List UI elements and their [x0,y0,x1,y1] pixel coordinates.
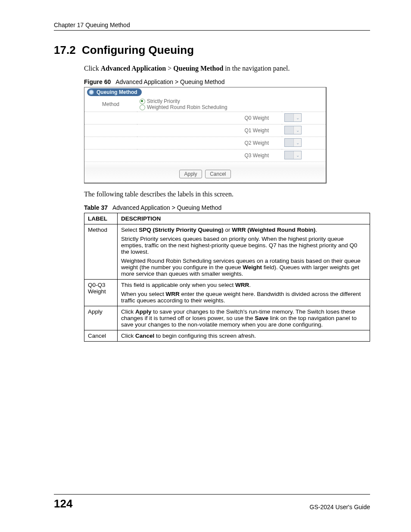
t: WRR [166,291,180,297]
table-row: Method Select SPQ (Strictly Priority Que… [84,224,370,280]
page-footer: 124 GS-2024 User's Guide [54,494,370,510]
t: Select [121,227,139,233]
t: . [315,227,317,233]
running-header: Chapter 17 Queuing Method [54,22,370,31]
method-label-cell: Method [84,97,137,112]
section-title-text: Configuring Queuing [82,44,194,56]
t: Click [121,308,135,315]
t: Strictly Priority services queues based … [121,236,366,255]
cancel-button[interactable]: Cancel [205,170,230,178]
figure-panel: Queuing Method Method Strictly Priority … [84,87,327,184]
t: Apply [135,308,152,315]
t: WRR [235,282,249,288]
t: Weight [243,264,262,271]
q0-weight-select[interactable]: ⌄ [284,113,302,122]
figure-label: Figure 60 [84,78,111,85]
row-label-apply: Apply [84,306,118,330]
q0-weight-label: Q0 Weight [137,112,282,124]
table-row: Apply Click Apply to save your changes t… [84,306,370,330]
description-table: LABEL DESCRIPTION Method Select SPQ (Str… [84,213,370,342]
q3-weight-select[interactable]: ⌄ [284,151,302,159]
t: or [224,227,232,233]
row-label-cancel: Cancel [84,330,118,342]
t: When you select [121,291,166,297]
intro-post: in the navigation panel. [223,65,290,72]
intro-paragraph: Click Advanced Application > Queuing Met… [84,65,370,72]
t: to begin configuring this screen afresh. [154,333,256,339]
intro-app: Advanced Application [101,65,166,72]
table-row: Cancel Click Cancel to begin configuring… [84,330,370,342]
chevron-down-icon: ⌄ [294,140,301,145]
q3-weight-label: Q3 Weight [137,149,282,162]
figure-caption-text: Advanced Application > Queuing Method [115,78,224,85]
table-row: Q0-Q3 Weight This field is applicable on… [84,280,370,306]
chevron-down-icon: ⌄ [294,128,301,133]
intro-pre: Click [84,65,101,72]
q2-weight-label: Q2 Weight [137,137,282,149]
chevron-down-icon: ⌄ [294,115,301,120]
intro-method: Queuing Method [173,65,223,72]
after-figure-text: The following table describes the labels… [84,190,370,198]
th-description: DESCRIPTION [118,213,370,224]
panel-titlebar: Queuing Method [84,87,326,97]
guide-name: GS-2024 User's Guide [310,504,370,510]
q1-weight-select[interactable]: ⌄ [284,126,302,134]
table-label: Table 37 [84,204,108,211]
th-label: LABEL [84,213,118,224]
t: SPQ (Strictly Priority Queuing) [139,227,224,233]
section-heading: 17.2 Configuring Queuing [54,44,370,57]
panel-title-pill: Queuing Method [87,88,142,96]
q2-weight-select[interactable]: ⌄ [284,138,302,147]
t: Click [121,333,135,339]
section-number: 17.2 [54,44,76,56]
opt-wrr: Weighted Round Robin Scheduling [147,104,227,110]
t: This field is applicable only when you s… [121,282,235,288]
panel-title-text: Queuing Method [97,89,137,95]
row-label-weight: Q0-Q3 Weight [84,280,118,306]
q1-weight-label: Q1 Weight [137,124,282,137]
intro-sep: > [166,65,173,72]
radio-on-icon [140,99,145,104]
apply-button[interactable]: Apply [179,170,202,178]
figure-caption: Figure 60 Advanced Application > Queuing… [84,78,370,85]
t: Cancel [135,333,154,339]
pill-dot-icon [89,90,94,95]
config-table: Method Strictly Priority Weighted Round … [84,97,326,162]
button-row: Apply Cancel [84,162,326,183]
page-number: 124 [54,497,72,510]
row-label-method: Method [84,224,118,280]
chevron-down-icon: ⌄ [294,153,301,158]
opt-strictly-priority: Strictly Priority [147,98,180,104]
t: Save [255,315,268,321]
radio-off-icon [140,105,145,110]
radio-wrr[interactable]: Weighted Round Robin Scheduling [140,104,323,110]
t: WRR (Weighted Round Robin) [232,227,315,233]
radio-strictly-priority[interactable]: Strictly Priority [140,98,323,104]
t: . [249,282,251,288]
table-caption: Table 37 Advanced Application > Queuing … [84,204,370,211]
table-caption-text: Advanced Application > Queuing Method [112,204,221,211]
